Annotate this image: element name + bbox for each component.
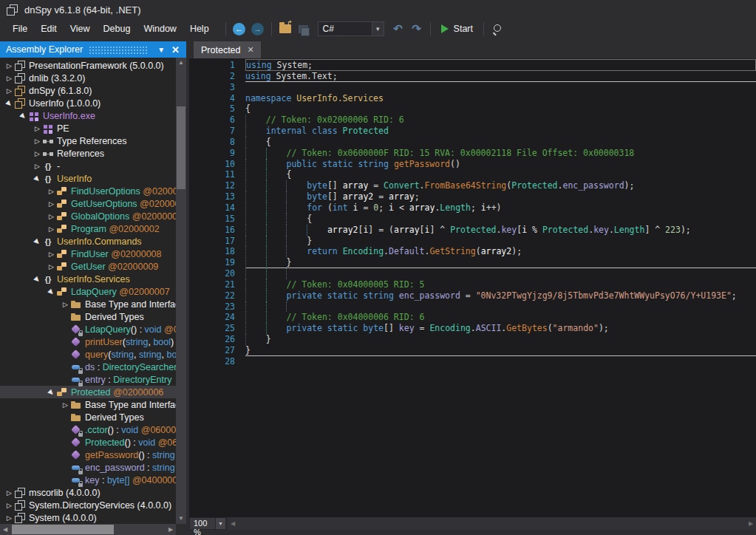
scroll-right-arrow-icon[interactable]: ▶ [166,524,176,535]
tree-item[interactable]: ▷dnSpy (6.1.8.0) [0,84,176,97]
tree-item[interactable]: enc_password : string [0,461,176,474]
code-line[interactable]: 6 // Token: 0x02000006 RID: 6 [189,115,756,126]
code-line[interactable]: 23 [189,301,756,313]
expander-collapsed-icon[interactable]: ▷ [4,75,14,82]
code-line[interactable]: 13 byte[] array2 = array; [189,191,756,202]
tree-item[interactable]: ▶{}UserInfo [0,172,176,185]
tree-item[interactable]: ds : DirectorySearcher [0,361,176,373]
tree-item[interactable]: ▶{}UserInfo.Services [0,273,176,285]
code-line[interactable]: 24 // Token: 0x04000006 RID: 6 [189,312,756,323]
tree-item[interactable]: ▶{}UserInfo.Commands [0,235,176,248]
redo-button[interactable]: ↷ [409,21,424,36]
tab-protected[interactable]: Protected ✕ [194,41,261,58]
tree-item[interactable]: printUser(string, bool) [0,335,176,348]
tree-item[interactable]: ▷System.DirectoryServices (4.0.0.0) [0,499,176,511]
tree-item[interactable]: ▷Base Type and Interfac [0,398,176,411]
tree-item[interactable]: ▶LdapQuery @02000007 [0,285,176,298]
code-line[interactable]: 3 [189,82,756,93]
code-line[interactable]: 26 } [189,334,756,345]
expander-collapsed-icon[interactable]: ▷ [4,489,14,497]
code-line[interactable]: 28 [189,356,756,367]
tree-item[interactable]: ▷FindUser @02000008 [0,248,176,260]
code-line[interactable]: 12 byte[] array = Convert.FromBase64Stri… [189,180,756,191]
tree-item[interactable]: entry : DirectoryEntry [0,373,176,386]
expander-collapsed-icon[interactable]: ▷ [4,514,14,522]
expander-expanded-icon[interactable]: ▶ [33,238,42,245]
expander-collapsed-icon[interactable]: ▷ [4,502,14,509]
code-line[interactable]: 15 { [189,214,756,225]
tree-horizontal-scrollbar[interactable]: ◀ ▶ [0,524,176,535]
expander-expanded-icon[interactable]: ▶ [4,100,14,107]
tree-item[interactable]: ▷GetUser @02000009 [0,260,176,273]
search-button[interactable] [490,21,505,36]
tree-item[interactable]: getPassword() : string [0,449,176,461]
expander-collapsed-icon[interactable]: ▷ [61,401,70,409]
expander-collapsed-icon[interactable]: ▷ [33,125,42,132]
menu-edit[interactable]: Edit [34,21,64,37]
tree-item[interactable]: .cctor() : void @06000 [0,423,176,436]
tree-item[interactable]: key : byte[] @0400000 [0,474,176,486]
expander-collapsed-icon[interactable]: ▷ [33,137,42,145]
panel-menu-caret-icon[interactable]: ▼ [153,46,169,54]
expander-collapsed-icon[interactable]: ▷ [47,200,56,208]
code-view[interactable]: 1using System;2using System.Text;34names… [189,58,756,517]
expander-expanded-icon[interactable]: ▶ [18,112,28,120]
chevron-down-icon[interactable]: ▼ [372,22,384,35]
assembly-explorer-header[interactable]: Assembly Explorer ▼ ✕ [0,41,186,58]
expander-collapsed-icon[interactable]: ▷ [61,301,70,308]
expander-collapsed-icon[interactable]: ▷ [4,87,14,95]
panel-close-icon[interactable]: ✕ [169,44,182,55]
navigate-forward-button[interactable]: → [251,21,265,36]
tree-item[interactable]: ▶UserInfo.exe [0,109,176,122]
tree-item[interactable]: Derived Types [0,411,176,423]
tree-item[interactable]: ▷PE [0,122,176,134]
code-line[interactable]: 7 internal class Protected [189,126,756,137]
open-file-button[interactable] [278,21,293,36]
tree-item[interactable]: query(string, string, bo [0,348,176,361]
tree-item[interactable]: ▷References [0,147,176,160]
tree-item[interactable]: ▶Protected @02000006 [0,386,176,398]
tab-close-icon[interactable]: ✕ [248,45,254,55]
code-line[interactable]: 22 private static string enc_password = … [189,290,756,301]
code-line[interactable]: 25 private static byte[] key = Encoding.… [189,323,756,334]
tree-item[interactable]: ▶UserInfo (1.0.0.0) [0,97,176,109]
tree-item[interactable]: ▷mscorlib (4.0.0.0) [0,486,176,499]
tree-item[interactable]: ▷Program @02000002 [0,222,176,235]
menu-debug[interactable]: Debug [97,21,137,37]
tree-item[interactable]: ▷PresentationFramework (5.0.0.0) [0,59,176,72]
code-line[interactable]: 17 } [189,236,756,247]
expander-collapsed-icon[interactable]: ▷ [47,188,56,195]
code-line[interactable]: 5{ [189,103,756,115]
expander-collapsed-icon[interactable]: ▷ [47,225,56,233]
tree-item[interactable]: ▷Base Type and Interfac [0,298,176,310]
tree-item[interactable]: ▷GlobalOptions @02000005 [0,210,176,222]
scroll-up-arrow-icon[interactable]: ▲ [176,58,186,68]
code-line[interactable]: 19 } [189,257,756,268]
tree-vscroll-thumb[interactable] [177,106,185,189]
tree-item[interactable]: LdapQuery() : void @0 [0,323,176,335]
code-line[interactable]: 1using System; [189,60,756,71]
undo-button[interactable]: ↶ [391,21,406,36]
tree-item[interactable]: ▷FindUserOptions @020000 [0,185,176,197]
scroll-left-arrow-icon[interactable]: ◀ [228,517,238,530]
code-line[interactable]: 10 public static string getPassword() [189,159,756,170]
tree-item[interactable]: ▷dnlib (3.3.2.0) [0,72,176,84]
scroll-right-arrow-icon[interactable]: ▶ [746,517,756,530]
expander-expanded-icon[interactable]: ▶ [33,175,42,183]
code-line[interactable]: 11 { [189,169,756,180]
tree-vertical-scrollbar[interactable]: ▲ ▼ [176,58,186,524]
tree-item[interactable]: ▷System (4.0.0.0) [0,511,176,524]
editor-horizontal-scrollbar[interactable]: ◀ ▶ [228,517,756,530]
language-combobox[interactable]: C# ▼ [318,21,384,36]
expander-expanded-icon[interactable]: ▶ [47,389,56,396]
chevron-down-icon[interactable]: ▼ [215,518,225,529]
save-all-button[interactable] [296,21,311,36]
code-line[interactable]: 2using System.Text; [189,71,756,82]
menu-file[interactable]: File [6,21,34,37]
expander-collapsed-icon[interactable]: ▷ [47,263,56,270]
expander-collapsed-icon[interactable]: ▷ [47,251,56,258]
code-line[interactable]: 8 { [189,137,756,148]
navigate-back-button[interactable]: ← [232,21,247,36]
code-line[interactable]: 21 // Token: 0x04000005 RID: 5 [189,279,756,290]
expander-collapsed-icon[interactable]: ▷ [33,150,42,157]
